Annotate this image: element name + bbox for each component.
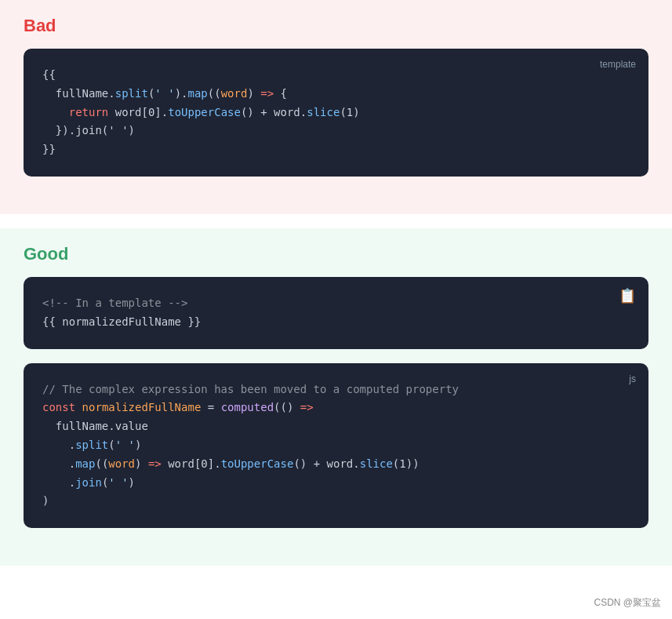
good-code-2-content: // The complex expression has been moved… bbox=[42, 381, 630, 512]
code-line: {{ bbox=[42, 66, 630, 85]
bad-section: Bad template {{ fullName.split(' ').map(… bbox=[0, 0, 672, 214]
code-line: <!-- In a template --> bbox=[42, 294, 630, 313]
bad-code-label: template bbox=[600, 56, 636, 72]
code-line: ) bbox=[42, 492, 630, 511]
code-line: fullName.value bbox=[42, 417, 630, 436]
code-line: {{ normalizedFullName }} bbox=[42, 313, 630, 332]
code-line: return word[0].toUpperCase() + word.slic… bbox=[42, 104, 630, 122]
copy-icon[interactable]: 📋 bbox=[619, 285, 636, 309]
code-line: .join(' ') bbox=[42, 474, 630, 493]
bad-label: Bad bbox=[24, 16, 648, 36]
good-code-1-content: <!-- In a template --> {{ normalizedFull… bbox=[42, 294, 630, 332]
good-code-block-1: 📋 <!-- In a template --> {{ normalizedFu… bbox=[24, 277, 648, 349]
section-divider bbox=[0, 214, 672, 228]
bad-code-content: {{ fullName.split(' ').map((word) => { r… bbox=[42, 66, 630, 159]
good-section: Good 📋 <!-- In a template --> {{ normali… bbox=[0, 228, 672, 566]
code-line: fullName.split(' ').map((word) => { bbox=[42, 85, 630, 104]
code-line: .map((word) => word[0].toUpperCase() + w… bbox=[42, 455, 630, 474]
code-line: }).join(' ') bbox=[42, 122, 630, 140]
good-code-2-label: js bbox=[629, 371, 636, 387]
code-line: const normalizedFullName = computed(() =… bbox=[42, 399, 630, 417]
bad-code-block: template {{ fullName.split(' ').map((wor… bbox=[24, 49, 648, 177]
watermark: CSDN @聚宝盆 bbox=[594, 596, 661, 610]
code-line: // The complex expression has been moved… bbox=[42, 381, 630, 399]
code-line: .split(' ') bbox=[42, 436, 630, 455]
good-label: Good bbox=[24, 244, 648, 264]
good-code-block-2: js // The complex expression has been mo… bbox=[24, 363, 648, 529]
code-line: }} bbox=[42, 140, 630, 159]
